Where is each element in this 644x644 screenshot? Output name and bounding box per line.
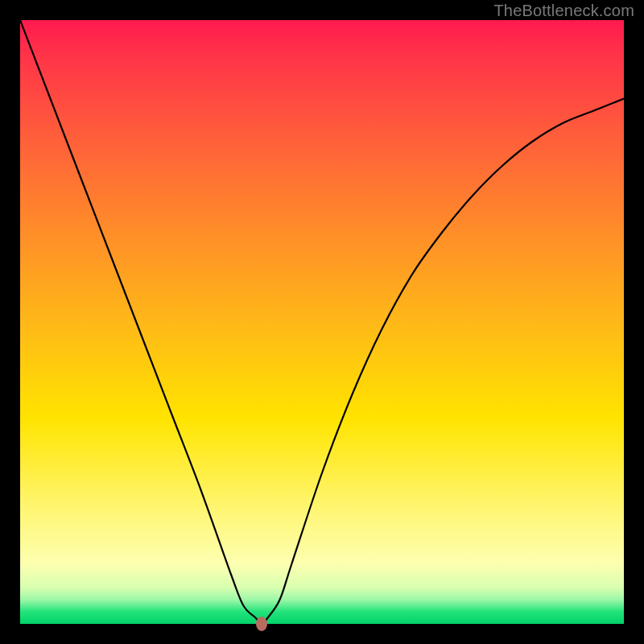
curve-layer — [20, 20, 624, 624]
optimum-marker — [256, 617, 267, 631]
plot-area — [20, 20, 624, 624]
bottleneck-curve — [20, 20, 624, 624]
watermark-text: TheBottleneck.com — [493, 2, 634, 20]
chart-outer-frame: TheBottleneck.com — [0, 0, 644, 644]
